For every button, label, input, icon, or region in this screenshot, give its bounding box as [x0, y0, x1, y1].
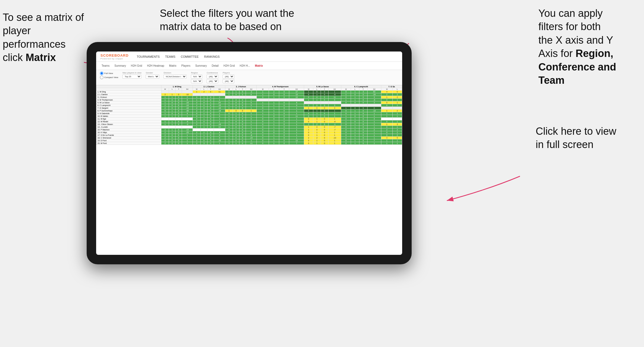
- subnav-matrix[interactable]: Matrix: [167, 63, 178, 68]
- table-row: 11. M Ege 0101 1000 0001 0101 0104: [96, 118, 402, 120]
- subnav-players[interactable]: Players: [179, 63, 193, 68]
- table-row: 17. S De La Fuente 2001 1100 100-8 0101 …: [96, 134, 402, 137]
- table-row: 12. M Riedel 110-6 1001 1001 0101 010-6 …: [96, 120, 402, 123]
- sub-nav: Teams Summary H2H Grid H2H Heatmap Matri…: [96, 62, 402, 70]
- division-filter: Division NCAA Division I: [164, 72, 187, 79]
- conference-select-2[interactable]: (All): [207, 79, 218, 83]
- table-row: 4. M Thorbjornsen 1006 1101 1001 1100 11…: [96, 99, 402, 101]
- col-header-clamprecht: 6. C Lamprecht: [341, 85, 381, 88]
- col-header-lclanton: 2. L Clanton: [193, 85, 225, 88]
- annotation-left: To see a matrix of player performances c…: [3, 11, 95, 65]
- division-select[interactable]: NCAA Division I: [164, 75, 187, 79]
- full-view-radio[interactable]: [100, 72, 103, 75]
- table-row: 5. M La Sasso 100-16 24124 1005 1106 000…: [96, 101, 402, 104]
- table-row: 1. W Ding 12011 110-2 12017 1801 01360 4…: [96, 91, 402, 93]
- subnav-h2h-h[interactable]: H2H H...: [238, 63, 252, 68]
- table-row: 13. J Skov Olesen 110-3 210-19 1001 0101…: [96, 123, 402, 126]
- region-select-1[interactable]: N/A: [191, 75, 202, 79]
- col-header-jkoivun: 3. J Koivun: [225, 85, 256, 88]
- col-header-mlasasso: 5. M La Sasso: [304, 85, 341, 88]
- nav-links: TOURNAMENTS TEAMS COMMITTEE RANKINGS: [137, 54, 220, 59]
- col-header-mthorb: 4. M Thorbjornsen: [257, 85, 304, 88]
- content-area: 1. W Ding 2. L Clanton 3. J Koivun 4. M …: [96, 85, 402, 255]
- annotation-bottom-right: Click here to view in full screen: [536, 125, 628, 152]
- logo: SCOREBOARD Powered by clippd: [100, 53, 129, 60]
- subnav-summary[interactable]: Summary: [112, 63, 128, 68]
- max-players-filter: Max players in view Top 25: [122, 72, 141, 79]
- table-row: 3. J Koivun 1102 0102 01013 04011 0103 1…: [96, 96, 402, 99]
- table-row: 18. C Sherwood 2001 1300 100-15 0101 220…: [96, 137, 402, 139]
- region-filter: Region N/A N/A: [191, 72, 202, 83]
- nav-committee[interactable]: COMMITTEE: [181, 54, 199, 59]
- table-row: 20. M Ford 2001 3301 310-11 0107 0101 01…: [96, 142, 402, 145]
- compact-view-radio[interactable]: [100, 76, 103, 79]
- table-row: 14. J Lundin 11010 1001 0101 100-7 0101 …: [96, 126, 402, 128]
- region-select-2[interactable]: N/A: [191, 79, 202, 83]
- subnav-teams[interactable]: Teams: [99, 63, 112, 68]
- players-select-1[interactable]: (All): [223, 75, 234, 79]
- conference-filter: Conference (All) (All): [207, 72, 218, 83]
- nav-rankings[interactable]: RANKINGS: [204, 54, 220, 59]
- table-row: 16. K Vilips 210-25 2204 3308 0001 0101 …: [96, 131, 402, 134]
- view-toggle: Full View Compact View: [100, 72, 118, 79]
- table-row: 8. P Summerhays 510-48 220-16 1001 0101 …: [96, 110, 402, 112]
- sub-header-empty: [96, 88, 161, 91]
- matrix-table: 1. W Ding 2. L Clanton 3. J Koivun 4. M …: [96, 85, 402, 145]
- matrix-container[interactable]: 1. W Ding 2. L Clanton 3. J Koivun 4. M …: [96, 85, 402, 255]
- table-row: 19. D Ford 2001 200-20 100-1 01013 0101 …: [96, 139, 402, 142]
- col-header-empty: [96, 85, 161, 88]
- players-filter: Players (All) (All): [223, 72, 234, 83]
- col-header-gsa: 7. G Sa: [381, 85, 402, 88]
- table-row: 10. B Valdes 1101 0100 1001 10011 0101 1…: [96, 115, 402, 118]
- subnav-h2h-grid2[interactable]: H2H Grid: [221, 63, 237, 68]
- subnav-detail[interactable]: Detail: [210, 63, 221, 68]
- nav-tournaments[interactable]: TOURNAMENTS: [137, 54, 160, 59]
- col-header-wding: 1. W Ding: [161, 85, 193, 88]
- table-row: 15. P Maichon 210-19 410-7 0101 100-7 01…: [96, 128, 402, 131]
- gender-filter: Gender Men's: [146, 72, 159, 79]
- filters-bar: Full View Compact View Max players in vi…: [96, 70, 402, 85]
- annotation-middle: Select the filters you want the matrix d…: [160, 7, 295, 34]
- table-row: 6. C Lamprecht 200-16 200-15 1005 1100 0…: [96, 104, 402, 107]
- subnav-summary2[interactable]: Summary: [193, 63, 209, 68]
- gender-select[interactable]: Men's: [146, 75, 159, 79]
- subnav-matrix-active[interactable]: Matrix: [253, 63, 265, 68]
- conference-select-1[interactable]: (All): [207, 75, 218, 79]
- nav-bar: SCOREBOARD Powered by clippd TOURNAMENTS…: [96, 52, 402, 62]
- table-row: 7. G Sargent 200-16 200-16 1001 0101 100…: [96, 107, 402, 110]
- players-select-2[interactable]: (All): [223, 79, 234, 83]
- annotation-right: You can apply filters for both the X axi…: [538, 7, 636, 87]
- tablet-frame: SCOREBOARD Powered by clippd TOURNAMENTS…: [87, 42, 412, 264]
- max-players-select[interactable]: Top 25: [122, 75, 141, 79]
- tablet-screen: SCOREBOARD Powered by clippd TOURNAMENTS…: [96, 52, 402, 255]
- subnav-h2h-grid[interactable]: H2H Grid: [129, 63, 144, 68]
- table-row: 9. N Gabrelcik 1009 0101 0101 1101 0101 …: [96, 112, 402, 115]
- nav-teams[interactable]: TEAMS: [165, 54, 175, 59]
- table-row: 2. L Clanton 210-16 1010 10013 010-6 100…: [96, 93, 402, 96]
- subnav-h2h-heatmap[interactable]: H2H Heatmap: [145, 63, 166, 68]
